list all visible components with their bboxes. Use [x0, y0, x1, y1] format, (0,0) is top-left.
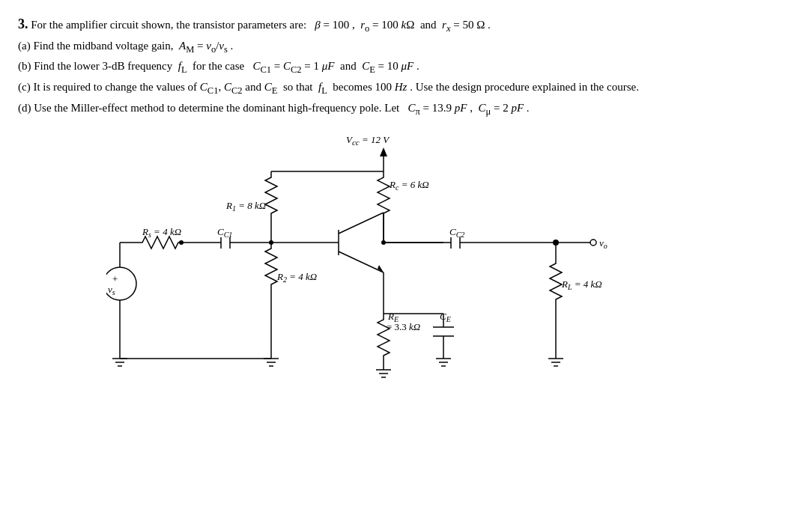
problem-text: 3. For the amplifier circuit shown, the …	[18, 13, 794, 119]
part-a: (a) Find the midband voltage gain, AM = …	[18, 37, 794, 58]
vo-node	[590, 240, 596, 246]
rs-label: Rs = 4 kΩ	[142, 226, 181, 239]
part-d: (d) Use the Miller-effect method to dete…	[18, 99, 794, 120]
r2-label: R2 = 4 kΩ	[276, 271, 317, 284]
problem-number: 3.	[18, 16, 28, 31]
svg-line-38	[339, 252, 384, 272]
svg-point-55	[381, 240, 386, 245]
circuit-diagram: .circuit-line { stroke: #000; stroke-wid…	[106, 127, 706, 418]
page-content: 3. For the amplifier circuit shown, the …	[0, 0, 812, 426]
circuit-svg: .circuit-line { stroke: #000; stroke-wid…	[106, 127, 706, 418]
cc2-label: CC2	[449, 226, 464, 239]
vcc-label: Vcc = 12 V	[346, 134, 390, 147]
vo-label: vo	[599, 237, 608, 250]
part-c: (c) It is required to change the values …	[18, 78, 794, 99]
svg-marker-1	[380, 147, 387, 156]
vo-terminal	[553, 240, 559, 246]
re-val: = 3.3 kΩ	[387, 321, 420, 332]
rl-label: RL = 4 kΩ	[561, 278, 602, 291]
ce-label: CE	[440, 311, 451, 323]
svg-line-36	[339, 213, 384, 234]
vs-plus: +	[112, 273, 118, 284]
r1-label: R1 = 8 kΩ	[225, 200, 266, 213]
problem-intro: 3. For the amplifier circuit shown, the …	[18, 13, 794, 37]
rc-label: Rc = 6 kΩ	[389, 179, 429, 192]
part-b: (b) Find the lower 3-dB frequency fL for…	[18, 57, 794, 78]
cc1-label: CC1	[217, 226, 232, 239]
